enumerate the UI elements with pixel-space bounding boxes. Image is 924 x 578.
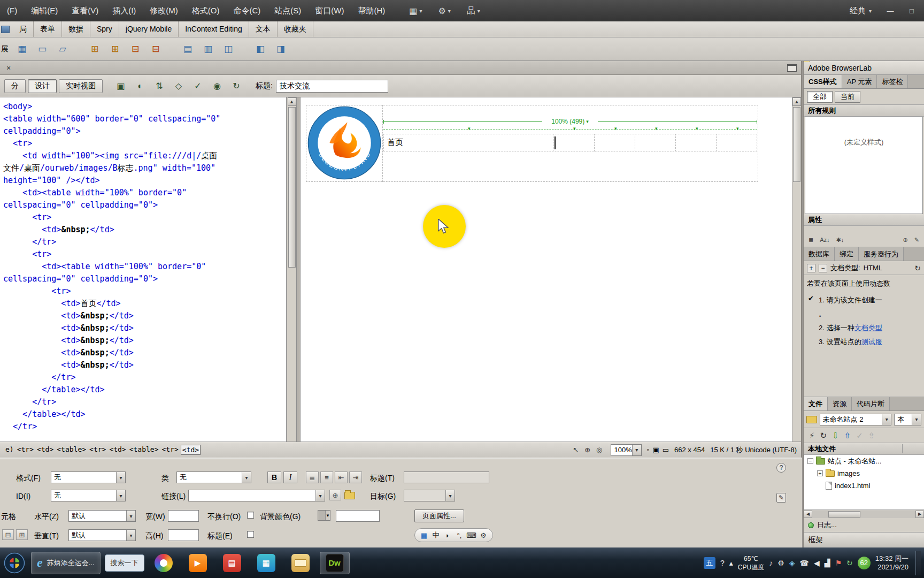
document-title-input[interactable]	[276, 80, 388, 93]
ime-chinese-mode-icon[interactable]: 中	[431, 530, 441, 540]
checkout-files-icon[interactable]: ✓	[856, 431, 863, 440]
insert-col-left-icon[interactable]: ⊟	[127, 42, 143, 57]
tag-selector-item[interactable]: <td>	[181, 445, 201, 455]
start-button[interactable]	[2, 551, 27, 575]
step-link[interactable]: 测试服	[861, 338, 882, 346]
insert-tab-1[interactable]: 表单	[34, 21, 62, 37]
column-width-caret-icon[interactable]: ▾	[468, 126, 471, 131]
code-line-11[interactable]: </tr>	[3, 236, 286, 248]
quick-tag-edit-icon[interactable]: ✎	[776, 493, 786, 503]
new-css-rule-icon[interactable]: ⊕	[902, 235, 910, 245]
menu-item-0[interactable]: (F)	[0, 0, 24, 21]
remove-behavior-icon[interactable]: −	[819, 264, 827, 272]
tag-selector-item[interactable]: <td>	[108, 445, 127, 455]
insert-row-below-icon[interactable]: ⊞	[107, 42, 123, 57]
tree-expander-icon[interactable]: +	[817, 470, 823, 476]
current-rule-button[interactable]: 当前	[835, 91, 860, 103]
minimize-button[interactable]: —	[883, 5, 897, 16]
cell-width-input[interactable]	[168, 510, 199, 522]
design-view[interactable]: BLUESKYFLYING 100% (499) ▾▾▾▾▾▾ 首页 ▲	[301, 97, 801, 442]
code-line-0[interactable]: <body>	[3, 101, 286, 113]
frame-right-icon[interactable]: ◨	[273, 42, 289, 57]
volume-tray-icon[interactable]: ◀	[814, 559, 820, 567]
insert-tab-2[interactable]: 数据	[62, 21, 90, 37]
connect-icon[interactable]: ⚡	[809, 431, 815, 440]
tag-selector-item[interactable]: <td>	[36, 445, 55, 455]
code-line-17[interactable]: <td>&nbsp;</td>	[3, 310, 286, 322]
window-dimensions[interactable]: 662 x 454	[674, 446, 705, 454]
maximize-button[interactable]: □	[905, 5, 919, 16]
site-structure-icon[interactable]: 品▾	[464, 3, 483, 19]
phone-tray-icon[interactable]: ☎	[800, 559, 809, 567]
ime-wubi-badge[interactable]: 五	[704, 557, 715, 569]
extensions-gear-icon[interactable]: ⚙▾	[435, 3, 453, 19]
code-line-21[interactable]: <td>&nbsp;</td>	[3, 359, 286, 371]
tab-server-1[interactable]: 绑定	[835, 247, 859, 261]
ime-logo-icon[interactable]: ▦	[419, 530, 429, 540]
tab-files-0[interactable]: 文件	[804, 397, 828, 410]
cell-height-input[interactable]	[168, 529, 199, 541]
tree-item[interactable]: −站点 - 未命名站...	[804, 455, 924, 467]
scrollbar-thumb[interactable]	[793, 107, 800, 182]
restore-window-icon[interactable]	[787, 64, 797, 72]
taskbar-clock[interactable]: 13:32 周一 2021/9/20	[875, 554, 908, 572]
tag-selector-item[interactable]: <tr>	[161, 445, 180, 455]
w3c-validation-icon[interactable]: ◇	[171, 79, 186, 93]
tree-expander-icon[interactable]: −	[807, 458, 813, 464]
column-width-caret-icon[interactable]: ▾	[614, 126, 617, 131]
table-width-indicator[interactable]: 100% (499)	[542, 117, 598, 126]
ordered-list-icon[interactable]: ≡	[320, 471, 333, 483]
view-split-button[interactable]: 分	[4, 79, 26, 93]
indent-icon[interactable]: ⇥	[349, 471, 362, 483]
menu-item-7[interactable]: 站点(S)	[267, 0, 308, 21]
network-tray-icon[interactable]: ▟	[825, 559, 830, 567]
insert-tab-0[interactable]: 局	[13, 21, 34, 37]
code-line-14[interactable]: cellspacing="0" cellpadding="0">	[3, 273, 286, 285]
scroll-up-icon[interactable]: ▲	[792, 97, 801, 106]
insert-col-right-icon[interactable]: ⊟	[148, 42, 164, 57]
ime-halfwidth-icon[interactable]: ◗	[443, 530, 452, 540]
class-select[interactable]: 无	[176, 471, 251, 483]
step-link[interactable]: 文档类型	[854, 324, 882, 332]
ime-keyboard-icon[interactable]: ⌨	[466, 530, 476, 540]
hidden-icons-arrow[interactable]: ▴	[729, 559, 733, 567]
insert-tab-7[interactable]: 收藏夹	[278, 21, 313, 37]
insert-row-above-icon[interactable]: ⊞	[87, 42, 103, 57]
ime-punctuation-icon[interactable]: °,	[455, 530, 464, 540]
code-line-24[interactable]: </tr>	[3, 396, 286, 408]
tree-horizontal-scrollbar[interactable]: ◀ ▶	[804, 509, 924, 518]
tab-files-1[interactable]: 资源	[828, 397, 852, 410]
code-line-20[interactable]: <td>&nbsp;</td>	[3, 347, 286, 359]
code-line-2[interactable]: cellpadding="0">	[3, 125, 286, 138]
design-scrollbar[interactable]: ▲	[792, 97, 801, 442]
merge-cells-icon[interactable]: ◫	[220, 42, 236, 57]
tab-css-1[interactable]: AP 元素	[842, 75, 877, 88]
tab-css-2[interactable]: 标签检	[877, 75, 908, 88]
all-rules-button[interactable]: 全部	[807, 91, 833, 103]
code-line-22[interactable]: </tr>	[3, 371, 286, 384]
standard-table-mode-icon[interactable]: ▤	[180, 42, 196, 57]
code-design-splitter[interactable]	[296, 97, 301, 442]
menu-item-8[interactable]: 窗口(W)	[308, 0, 351, 21]
unordered-list-icon[interactable]: ≣	[306, 471, 319, 483]
site-select[interactable]: 未命名站点 2	[820, 414, 892, 425]
menu-item-5[interactable]: 格式(O)	[185, 0, 227, 21]
put-files-icon[interactable]: ⇧	[844, 431, 851, 440]
sync-tray-icon[interactable]: ↻	[846, 559, 853, 567]
menu-item-2[interactable]: 查看(V)	[65, 0, 105, 21]
italic-button[interactable]: I	[283, 471, 297, 483]
browserlab-panel-header[interactable]: Adobe BrowserLab	[804, 61, 924, 75]
expanded-table-mode-icon[interactable]: ▥	[200, 42, 216, 57]
checkin-files-icon[interactable]: ⇪	[868, 431, 875, 440]
code-line-8[interactable]: cellspacing="0" cellpadding="0">	[3, 199, 286, 211]
code-view[interactable]: <body><table width="600" border="0" cell…	[0, 97, 287, 442]
zoom-select[interactable]: 100%	[611, 444, 642, 456]
visual-aids-icon[interactable]: ◉	[210, 79, 225, 93]
code-line-5[interactable]: 文件/桌面/ourweb/images/B标志.png" width="100"	[3, 162, 286, 174]
nowrap-checkbox[interactable]	[247, 512, 254, 519]
frames-panel-header[interactable]: 框架	[804, 532, 924, 547]
code-line-18[interactable]: <td>&nbsp;</td>	[3, 322, 286, 334]
flag-tray-icon[interactable]: ⚑	[835, 559, 842, 567]
help-icon[interactable]: ?	[776, 463, 786, 473]
view-design-button[interactable]: 设计	[28, 79, 57, 93]
